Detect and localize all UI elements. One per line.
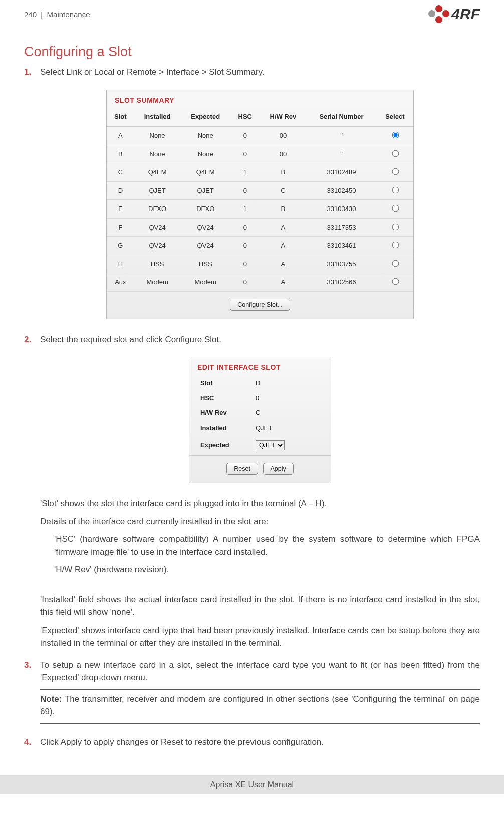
cell-rev: B — [260, 200, 307, 219]
cell-hsc: 0 — [230, 181, 260, 200]
cell-hsc: 0 — [230, 218, 260, 237]
cell-installed: QJET — [134, 181, 181, 200]
cell-serial: " — [306, 145, 376, 163]
cell-hsc: 1 — [230, 200, 260, 219]
cell-rev: A — [260, 218, 307, 237]
cell-installed: DFXO — [134, 200, 181, 219]
body-rev-desc: 'H/W Rev' (hardware revision). — [40, 563, 480, 576]
select-radio[interactable] — [392, 150, 399, 157]
slot-summary-panel: SLOT SUMMARY SlotInstalledExpectedHSCH/W… — [106, 90, 414, 319]
edit-rev-label: H/W Rev — [200, 408, 256, 418]
cell-expected: Modem — [180, 273, 230, 292]
logo-icon — [428, 5, 449, 23]
cell-expected: QV24 — [180, 237, 230, 255]
page-number: 240 — [24, 10, 37, 19]
cell-rev: 00 — [260, 127, 307, 145]
note-rule-bottom — [40, 723, 480, 724]
cell-slot: Aux — [107, 273, 134, 292]
select-radio[interactable] — [392, 242, 399, 249]
table-row: CQ4EMQ4EM1B33102489 — [107, 163, 413, 182]
cell-rev: A — [260, 237, 307, 255]
col-header: Serial Number — [306, 109, 376, 127]
col-header: Select — [377, 109, 413, 127]
cell-expected: DFXO — [180, 200, 230, 219]
table-row: FQV24QV240A33117353 — [107, 218, 413, 237]
header-path: 240 | Maintenance — [24, 10, 90, 19]
step-1-text: Select Link or Local or Remote > Interfa… — [40, 67, 265, 77]
body-hsc-desc: 'HSC' (hardware software compatibility) … — [40, 533, 480, 558]
step-3-text: To setup a new interface card in a slot,… — [40, 659, 480, 684]
body-slot-desc: 'Slot' shows the slot the interface card… — [40, 497, 480, 510]
cell-rev: B — [260, 163, 307, 182]
cell-hsc: 0 — [230, 145, 260, 163]
note-rule-top — [40, 689, 480, 690]
reset-button[interactable]: Reset — [226, 463, 258, 475]
edit-slot-title: EDIT INTERFACE SLOT — [189, 357, 331, 376]
cell-serial: 33117353 — [306, 218, 376, 237]
cell-hsc: 0 — [230, 127, 260, 145]
cell-rev: 00 — [260, 145, 307, 163]
edit-slot-label: Slot — [200, 378, 256, 388]
col-header: Slot — [107, 109, 134, 127]
cell-serial: 33103430 — [306, 200, 376, 219]
cell-installed: QV24 — [134, 218, 181, 237]
table-row: BNoneNone000" — [107, 145, 413, 163]
cell-hsc: 0 — [230, 273, 260, 292]
select-radio[interactable] — [392, 278, 399, 285]
cell-slot: D — [107, 181, 134, 200]
step-2: Select the required slot and click Confi… — [24, 333, 480, 650]
slot-summary-title: SLOT SUMMARY — [107, 90, 413, 109]
note-text: Note: Note: The transmitter, receiver an… — [40, 693, 480, 718]
select-radio[interactable] — [392, 205, 399, 212]
select-radio[interactable] — [392, 260, 399, 267]
cell-slot: A — [107, 127, 134, 145]
step-3: To setup a new interface card in a slot,… — [24, 659, 480, 724]
cell-expected: QJET — [180, 181, 230, 200]
apply-button[interactable]: Apply — [263, 463, 294, 475]
cell-rev: C — [260, 181, 307, 200]
cell-expected: None — [180, 145, 230, 163]
page-title: Configuring a Slot — [24, 44, 480, 60]
header-section: Maintenance — [47, 10, 90, 19]
cell-expected: QV24 — [180, 218, 230, 237]
expected-select[interactable]: QJET — [256, 440, 285, 450]
select-radio[interactable] — [392, 223, 399, 230]
col-header: H/W Rev — [260, 109, 307, 127]
edit-slot-panel: EDIT INTERFACE SLOT Slot D HSC 0 H/W Rev… — [189, 357, 331, 483]
cell-slot: C — [107, 163, 134, 182]
table-row: AuxModemModem0A33102566 — [107, 273, 413, 292]
edit-slot-value: D — [256, 378, 260, 388]
cell-serial: 33102489 — [306, 163, 376, 182]
cell-serial: " — [306, 127, 376, 145]
select-radio[interactable] — [392, 132, 399, 139]
logo-text: 4RF — [451, 6, 480, 23]
cell-hsc: 0 — [230, 255, 260, 273]
select-radio[interactable] — [392, 168, 399, 175]
col-header: Installed — [134, 109, 181, 127]
cell-installed: QV24 — [134, 237, 181, 255]
cell-installed: None — [134, 145, 181, 163]
cell-serial: 33102566 — [306, 273, 376, 292]
body-expected-desc: 'Expected' shows interface card type tha… — [40, 624, 480, 650]
edit-hsc-value: 0 — [256, 393, 259, 403]
cell-installed: None — [134, 127, 181, 145]
table-row: EDFXODFXO1B33103430 — [107, 200, 413, 219]
step-1: Select Link or Local or Remote > Interfa… — [24, 66, 480, 319]
step-2-text: Select the required slot and click Confi… — [40, 335, 221, 344]
body-details-intro: Details of the interface card currently … — [40, 515, 480, 528]
cell-expected: HSS — [180, 255, 230, 273]
body-installed-desc: 'Installed' field shows the actual inter… — [40, 593, 480, 619]
cell-serial: 33103461 — [306, 237, 376, 255]
edit-rev-value: C — [256, 408, 260, 418]
cell-installed: Modem — [134, 273, 181, 292]
page-header: 240 | Maintenance 4RF — [24, 5, 480, 26]
cell-hsc: 1 — [230, 163, 260, 182]
table-row: HHSSHSS0A33103755 — [107, 255, 413, 273]
col-header: HSC — [230, 109, 260, 127]
select-radio[interactable] — [392, 186, 399, 193]
cell-slot: G — [107, 237, 134, 255]
configure-slot-button[interactable]: Configure Slot... — [230, 299, 290, 311]
footer: Aprisa XE User Manual — [0, 775, 504, 794]
cell-serial: 33102450 — [306, 181, 376, 200]
cell-installed: Q4EM — [134, 163, 181, 182]
